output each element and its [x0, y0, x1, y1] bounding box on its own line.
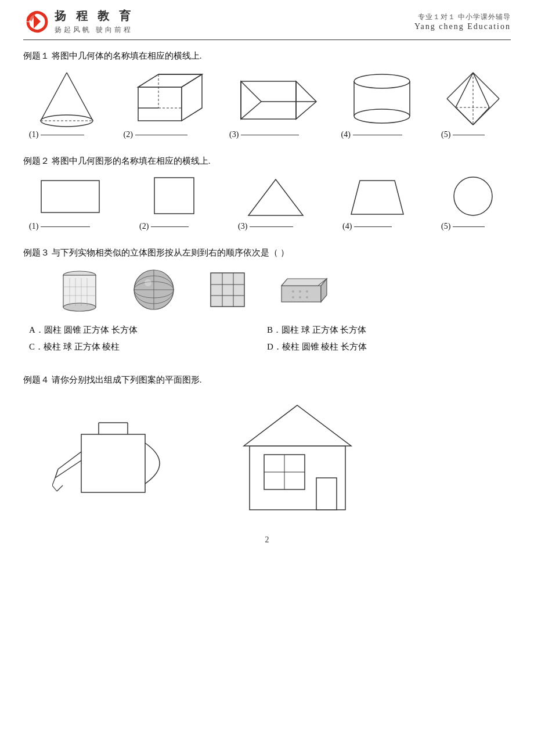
svg-rect-41	[63, 275, 96, 307]
ex1-label-2: (2)	[124, 130, 211, 139]
ex1-title: 例题１ 将图中几何体的名称填在相应的横线上.	[23, 51, 511, 62]
ex4-house	[238, 394, 366, 518]
ex4-images	[52, 394, 511, 518]
svg-line-34	[473, 107, 489, 125]
ex2-shapes-row	[23, 175, 511, 218]
ex1-label-5: (5)	[441, 130, 505, 139]
ex1-shapes-row	[23, 70, 511, 128]
svg-marker-0	[34, 15, 41, 28]
svg-line-3	[67, 73, 93, 121]
shape-cuboid	[124, 70, 211, 128]
ex3-obj3	[206, 268, 250, 314]
svg-point-67	[299, 296, 301, 298]
svg-line-74	[52, 485, 57, 491]
ex2-label-5: (5)	[441, 222, 505, 231]
svg-point-54	[145, 279, 151, 286]
header-brand: Yang cheng Education	[414, 22, 511, 31]
prism-svg	[232, 70, 319, 128]
shape-triangle	[238, 175, 313, 218]
ex2-label-3: (3)	[238, 222, 313, 231]
svg-point-65	[306, 290, 308, 293]
svg-marker-37	[248, 179, 303, 215]
svg-line-75	[57, 485, 63, 491]
shape-prism	[229, 70, 322, 128]
header-right: 专业１对１ 中小学课外辅导 Yang cheng Education	[414, 12, 511, 31]
svg-line-31	[473, 73, 489, 107]
ex3-obj4	[279, 274, 328, 308]
ex4-watering-can	[52, 394, 180, 512]
svg-marker-15	[296, 81, 316, 119]
logo-text: 扬 程 教 育 扬起风帆 驶向前程	[55, 8, 134, 35]
svg-marker-61	[282, 279, 327, 286]
svg-point-24	[354, 109, 410, 123]
example-1: 例题１ 将图中几何体的名称填在相应的横线上.	[23, 51, 511, 139]
option-b: B．圆柱 球 正方体 长方体	[267, 325, 511, 336]
svg-rect-6	[138, 87, 182, 121]
svg-point-39	[454, 177, 492, 215]
svg-line-73	[52, 478, 55, 485]
cylinder-svg	[347, 70, 417, 128]
header-tagline: 专业１对１ 中小学课外辅导	[414, 12, 511, 22]
cuboid-svg	[127, 70, 208, 128]
example-4: 例题４ 请你分别找出组成下列图案的平面图形.	[23, 375, 511, 518]
logo-title: 扬 程 教 育	[55, 8, 134, 24]
ex1-labels-row: (1) (2) (3) (4) (5)	[23, 130, 511, 139]
svg-marker-38	[351, 181, 403, 214]
shape-cylinder	[341, 70, 423, 128]
ex2-labels-row: (1) (2) (3) (4) (5)	[23, 222, 511, 231]
pyramid-svg	[444, 70, 502, 128]
svg-rect-69	[81, 434, 145, 492]
svg-rect-55	[211, 273, 244, 307]
example-3: 例题３ 与下列实物相类似的立体图形按从左则到右的顺序依次是（ ）	[23, 247, 511, 358]
option-c: C．棱柱 球 正方体 棱柱	[23, 341, 267, 352]
page-header: 扬 程 教 育 扬起风帆 驶向前程 专业１对１ 中小学课外辅导 Yang che…	[23, 0, 511, 40]
svg-point-64	[299, 290, 301, 293]
svg-point-42	[63, 303, 96, 311]
svg-point-66	[292, 296, 294, 298]
ex1-label-4: (4)	[341, 130, 423, 139]
ex1-label-1: (1)	[29, 130, 104, 139]
option-a: A．圆柱 圆锥 正方体 长方体	[23, 325, 267, 336]
cone-svg	[35, 70, 99, 128]
logo-icon	[23, 9, 49, 34]
ex2-label-2: (2)	[139, 222, 209, 231]
svg-rect-84	[316, 478, 337, 510]
shape-pyramid	[441, 70, 505, 128]
ex3-obj2	[131, 267, 177, 315]
svg-rect-60	[282, 286, 321, 302]
svg-rect-35	[41, 181, 99, 213]
svg-line-71	[55, 460, 81, 478]
svg-line-28	[447, 73, 473, 99]
logo-subtitle: 扬起风帆 驶向前程	[55, 25, 134, 35]
svg-marker-14	[241, 81, 261, 119]
shape-trapezoid	[342, 175, 412, 218]
ex2-label-1: (1)	[29, 222, 110, 231]
svg-line-70	[58, 452, 81, 469]
svg-line-2	[41, 73, 67, 121]
ex3-images	[58, 267, 511, 315]
ex3-options: A．圆柱 圆锥 正方体 长方体 B．圆柱 球 正方体 长方体 C．棱柱 球 正方…	[23, 325, 511, 358]
shape-cone	[29, 70, 104, 128]
svg-rect-36	[154, 178, 194, 214]
logo-area: 扬 程 教 育 扬起风帆 驶向前程	[23, 8, 134, 35]
svg-point-21	[354, 74, 410, 88]
page-number: 2	[23, 535, 511, 545]
example-2: 例题２ 将图中几何图形的名称填在相应的横线上.	[23, 156, 511, 231]
ex3-title: 例题３ 与下列实物相类似的立体图形按从左则到右的顺序依次是（ ）	[23, 247, 511, 258]
svg-line-25	[473, 73, 499, 99]
ex2-label-4: (4)	[342, 222, 412, 231]
shape-square	[139, 175, 209, 218]
svg-line-30	[456, 73, 473, 107]
ex3-obj1	[58, 267, 102, 315]
shape-circle	[441, 175, 505, 218]
svg-point-68	[306, 296, 308, 298]
svg-line-33	[456, 107, 473, 125]
ex1-label-3: (3)	[229, 130, 322, 139]
shape-rectangle	[29, 175, 110, 218]
ex4-title: 例题４ 请你分别找出组成下列图案的平面图形.	[23, 375, 511, 386]
ex2-title: 例题２ 将图中几何图形的名称填在相应的横线上.	[23, 156, 511, 167]
svg-marker-80	[244, 405, 351, 446]
option-d: D．棱柱 圆锥 棱柱 长方体	[267, 341, 511, 352]
svg-point-63	[292, 290, 294, 293]
